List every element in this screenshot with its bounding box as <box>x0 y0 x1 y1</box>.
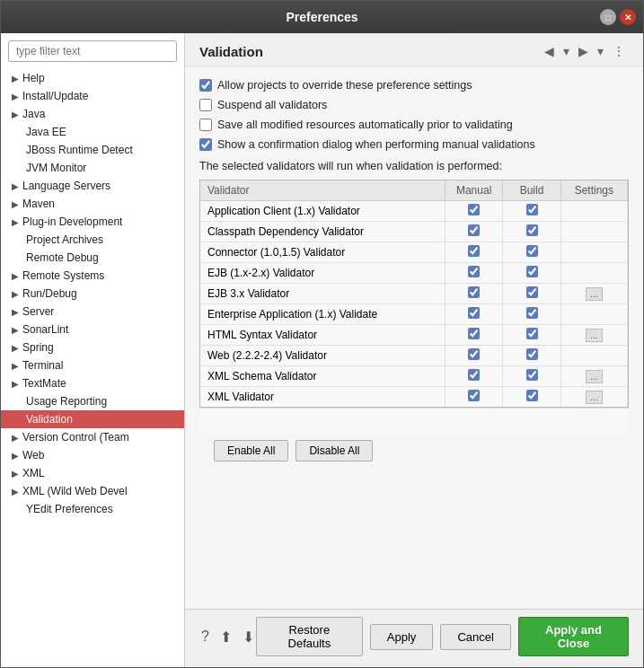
sidebar-item-xml[interactable]: ▶ XML <box>1 464 184 482</box>
sidebar-item-xml-wild[interactable]: ▶ XML (Wild Web Devel <box>1 482 184 500</box>
validator-manual-cell <box>445 346 502 366</box>
validator-manual-checkbox[interactable] <box>468 369 480 381</box>
forward-dropdown-button[interactable]: ▾ <box>594 42 607 60</box>
sidebar-item-version-control[interactable]: ▶ Version Control (Team <box>1 428 184 446</box>
sidebar-item-usage-reporting[interactable]: Usage Reporting <box>1 392 184 410</box>
validator-manual-checkbox[interactable] <box>468 204 480 215</box>
sidebar-item-textmate[interactable]: ▶ TextMate <box>1 374 184 392</box>
allow-override-checkbox[interactable] <box>199 79 212 92</box>
validator-settings-button[interactable]: ... <box>586 370 602 383</box>
apply-button[interactable]: Apply <box>370 624 434 650</box>
validator-build-cell <box>503 284 560 304</box>
validator-manual-checkbox[interactable] <box>468 266 480 277</box>
close-button[interactable]: ✕ <box>620 9 636 25</box>
validator-build-cell <box>503 366 560 387</box>
sidebar-item-web[interactable]: ▶ Web <box>1 446 184 464</box>
validator-manual-checkbox[interactable] <box>468 348 480 360</box>
main-content: ▶ Help ▶ Install/Update ▶ Java Java EE J <box>1 33 643 667</box>
validator-build-checkbox[interactable] <box>526 224 538 236</box>
validator-settings-button[interactable]: ... <box>586 329 602 342</box>
sidebar-item-plugin-dev[interactable]: ▶ Plug-in Development <box>1 213 184 231</box>
suspend-all-checkbox[interactable] <box>199 99 212 111</box>
sidebar-item-server[interactable]: ▶ Server <box>1 303 184 321</box>
table-row: XML Validator... <box>200 387 628 408</box>
arrow-icon: ▶ <box>12 199 19 209</box>
sidebar-item-java-ee[interactable]: Java EE <box>1 123 184 141</box>
validator-settings-button[interactable]: ... <box>586 287 602 301</box>
arrow-icon: ▶ <box>12 110 19 119</box>
restore-defaults-button[interactable]: Restore Defaults <box>256 617 363 656</box>
validator-build-checkbox[interactable] <box>526 369 538 381</box>
sidebar-item-run-debug[interactable]: ▶ Run/Debug <box>1 285 184 303</box>
sidebar-item-java[interactable]: ▶ Java <box>1 105 184 123</box>
show-confirm-checkbox[interactable] <box>199 138 212 151</box>
validator-build-checkbox[interactable] <box>526 348 538 360</box>
validator-manual-checkbox[interactable] <box>468 307 480 319</box>
sidebar-item-remote-systems[interactable]: ▶ Remote Systems <box>1 267 184 285</box>
validator-build-checkbox[interactable] <box>526 328 538 339</box>
table-row: EJB (1.x-2.x) Validator <box>200 263 628 284</box>
disable-all-button[interactable]: Disable All <box>296 440 373 461</box>
search-input[interactable] <box>8 40 177 62</box>
validator-build-checkbox[interactable] <box>526 390 538 401</box>
sidebar-item-spring[interactable]: ▶ Spring <box>1 338 184 356</box>
validator-build-checkbox[interactable] <box>526 286 538 298</box>
sidebar-item-help[interactable]: ▶ Help <box>1 69 184 87</box>
sidebar-item-terminal[interactable]: ▶ Terminal <box>1 356 184 374</box>
validator-settings-button[interactable]: ... <box>586 391 602 404</box>
validator-name: Web (2.2.2-2.4) Validator <box>200 346 445 366</box>
validator-build-checkbox[interactable] <box>526 245 538 257</box>
table-header-row: Validator Manual Build Settings <box>200 180 628 201</box>
sidebar-item-jboss[interactable]: JBoss Runtime Detect <box>1 141 184 159</box>
sidebar-item-language-servers[interactable]: ▶ Language Servers <box>1 177 184 195</box>
sidebar-item-remote-debug[interactable]: Remote Debug <box>1 249 184 267</box>
col-header-settings: Settings <box>560 180 627 201</box>
validator-manual-checkbox[interactable] <box>468 328 480 339</box>
sidebar-item-install-update[interactable]: ▶ Install/Update <box>1 87 184 105</box>
validator-manual-checkbox[interactable] <box>468 390 480 401</box>
arrow-icon: ▶ <box>12 217 19 227</box>
sidebar-item-yedit[interactable]: YEdit Preferences <box>1 500 184 518</box>
validator-manual-checkbox[interactable] <box>468 286 480 298</box>
sidebar-item-sonarlint[interactable]: ▶ SonarLint <box>1 321 184 338</box>
col-header-manual: Manual <box>445 180 502 201</box>
validator-settings-cell: ... <box>560 387 627 408</box>
minimize-button[interactable]: □ <box>600 9 616 25</box>
back-dropdown-button[interactable]: ▾ <box>560 42 573 60</box>
separator-area <box>199 408 629 433</box>
arrow-icon: ▶ <box>12 92 19 101</box>
import-button[interactable]: ⬆ <box>218 627 234 647</box>
apply-close-button[interactable]: Apply and Close <box>518 617 629 656</box>
validator-manual-checkbox[interactable] <box>468 245 480 257</box>
sidebar-item-validation[interactable]: Validation <box>1 410 184 428</box>
validator-manual-cell <box>445 304 502 325</box>
col-header-build: Build <box>503 180 560 201</box>
more-options-button[interactable]: ⋮ <box>609 42 629 60</box>
sidebar-item-jvm-monitor[interactable]: JVM Monitor <box>1 159 184 177</box>
panel-nav-icons: ◀ ▾ ▶ ▾ ⋮ <box>541 42 629 60</box>
table-row: Connector (1.0,1.5) Validator <box>200 242 628 263</box>
sidebar-item-project-archives[interactable]: Project Archives <box>1 231 184 249</box>
validator-build-checkbox[interactable] <box>526 307 538 319</box>
validators-table: Validator Manual Build Settings Applicat… <box>200 180 628 407</box>
arrow-icon: ▶ <box>12 361 19 371</box>
validator-manual-checkbox[interactable] <box>468 224 480 236</box>
arrow-icon: ▶ <box>12 451 19 461</box>
sidebar-item-maven[interactable]: ▶ Maven <box>1 195 184 213</box>
validator-manual-cell <box>445 222 502 242</box>
validator-build-cell <box>503 201 560 222</box>
enable-all-button[interactable]: Enable All <box>214 440 288 461</box>
validator-name: Application Client (1.x) Validator <box>200 201 445 222</box>
back-button[interactable]: ◀ <box>541 42 558 60</box>
arrow-icon: ▶ <box>12 74 19 84</box>
export-button[interactable]: ⬇ <box>241 627 256 647</box>
validator-build-cell <box>503 346 560 366</box>
cancel-button[interactable]: Cancel <box>440 624 510 650</box>
panel-title: Validation <box>199 44 263 59</box>
save-modified-checkbox[interactable] <box>199 119 212 131</box>
arrow-icon: ▶ <box>12 271 19 281</box>
validator-build-checkbox[interactable] <box>526 266 538 277</box>
forward-button[interactable]: ▶ <box>575 42 592 60</box>
validator-build-checkbox[interactable] <box>526 204 538 215</box>
help-button[interactable]: ? <box>199 627 211 646</box>
